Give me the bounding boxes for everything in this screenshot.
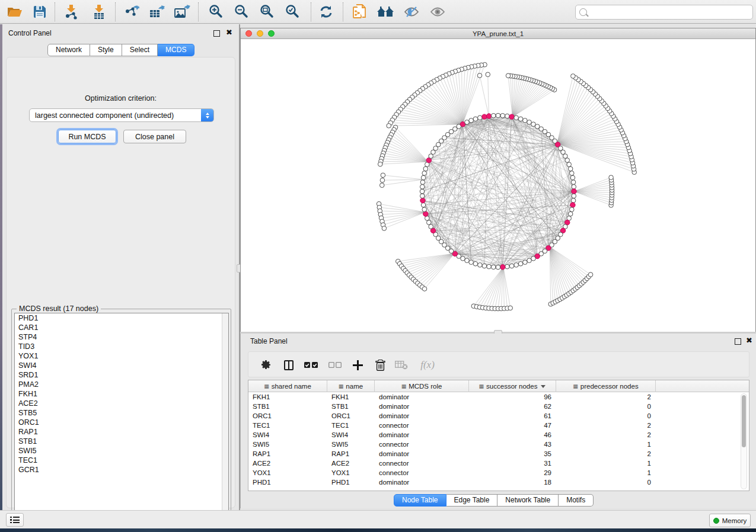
show-all-icon[interactable] xyxy=(428,2,448,21)
mcds-result-item[interactable]: ORC1 xyxy=(15,418,228,427)
leaf-node[interactable] xyxy=(387,123,391,128)
delete-column-trash-icon[interactable] xyxy=(371,355,390,374)
ring-node[interactable] xyxy=(523,260,528,265)
mcds-result-item[interactable]: STB5 xyxy=(15,408,228,418)
table-row[interactable]: ACE2ACE2connector311 xyxy=(248,459,749,468)
column-header-predecessor-nodes[interactable]: ▦predecessor nodes xyxy=(556,380,656,392)
cell-successor-nodes[interactable]: 31 xyxy=(469,459,556,468)
cell-shared-name[interactable]: SWI4 xyxy=(248,430,327,440)
table-row[interactable]: FKH1FKH1dominator962 xyxy=(248,392,749,402)
float-panel-icon[interactable] xyxy=(213,30,220,37)
ring-node[interactable] xyxy=(505,114,510,118)
search-box[interactable] xyxy=(575,5,753,20)
cell-name[interactable]: STB1 xyxy=(327,402,375,411)
network-nodes[interactable] xyxy=(377,62,636,310)
first-neighbors-icon[interactable] xyxy=(375,2,395,21)
table-row[interactable]: PHD1PHD1dominator180 xyxy=(248,477,749,487)
ring-node[interactable] xyxy=(421,175,426,180)
ring-node[interactable] xyxy=(531,257,536,261)
ring-node[interactable] xyxy=(465,120,470,124)
tab-style[interactable]: Style xyxy=(90,44,122,56)
table-row[interactable]: RAP1RAP1dominator352 xyxy=(248,449,749,459)
zoom-out-icon[interactable] xyxy=(232,2,252,21)
cell-shared-name[interactable]: PHD1 xyxy=(248,477,327,487)
ring-node[interactable] xyxy=(505,264,510,269)
ring-node[interactable] xyxy=(420,194,425,198)
cell-name[interactable]: TEC1 xyxy=(327,421,375,430)
table-row[interactable]: TEC1TEC1connector472 xyxy=(248,421,749,430)
leaf-node[interactable] xyxy=(508,306,513,310)
zoom-fit-icon[interactable] xyxy=(257,2,277,21)
mcds-hub-node[interactable] xyxy=(500,265,505,270)
ring-node[interactable] xyxy=(567,162,572,167)
cell-shared-name[interactable]: SWI5 xyxy=(248,440,327,449)
leaf-node[interactable] xyxy=(571,74,576,79)
cell-mcds-role[interactable]: dominator xyxy=(375,430,469,440)
ring-node[interactable] xyxy=(518,117,523,121)
cell-mcds-role[interactable]: connector xyxy=(375,421,469,430)
leaf-node[interactable] xyxy=(379,183,384,188)
tab-network[interactable]: Network xyxy=(47,44,90,56)
ring-node[interactable] xyxy=(429,225,433,229)
table-settings-gear-icon[interactable] xyxy=(257,355,276,374)
mcds-hub-node[interactable] xyxy=(509,114,514,119)
cell-name[interactable]: RAP1 xyxy=(327,449,375,459)
cell-name[interactable]: SWI5 xyxy=(327,440,375,449)
leaf-node[interactable] xyxy=(477,73,482,78)
sort-descending-icon[interactable] xyxy=(541,385,546,388)
cell-predecessor-nodes[interactable]: 2 xyxy=(556,392,656,402)
mcds-result-item[interactable]: STB1 xyxy=(15,437,228,446)
mcds-hub-node[interactable] xyxy=(420,198,425,203)
ring-node[interactable] xyxy=(514,262,519,267)
open-session-icon[interactable] xyxy=(5,2,25,21)
export-image-icon[interactable] xyxy=(172,2,192,21)
ring-node[interactable] xyxy=(569,171,574,176)
network-window-titlebar[interactable]: YPA_prune.txt_1 xyxy=(241,28,755,39)
hide-selected-icon[interactable] xyxy=(401,2,422,21)
table-panel-float-icon[interactable] xyxy=(735,338,741,345)
select-all-checkboxes-icon[interactable] xyxy=(302,355,321,374)
ring-node[interactable] xyxy=(422,171,427,176)
cell-mcds-role[interactable]: connector xyxy=(375,440,469,449)
cell-successor-nodes[interactable]: 46 xyxy=(469,430,556,440)
cell-name[interactable]: ORC1 xyxy=(327,411,375,421)
table-tab-network-table[interactable]: Network Table xyxy=(497,494,559,507)
cell-mcds-role[interactable]: dominator xyxy=(375,411,469,421)
cell-successor-nodes[interactable]: 96 xyxy=(469,392,556,402)
table-tab-motifs[interactable]: Motifs xyxy=(559,494,594,507)
ring-node[interactable] xyxy=(478,116,483,120)
ring-node[interactable] xyxy=(568,211,573,216)
cell-mcds-role[interactable]: connector xyxy=(375,468,469,477)
ring-node[interactable] xyxy=(527,258,532,263)
ring-node[interactable] xyxy=(423,166,428,171)
cell-name[interactable]: YOX1 xyxy=(327,468,375,477)
delete-table-icon[interactable] xyxy=(392,355,411,374)
ring-node[interactable] xyxy=(571,198,576,203)
cell-successor-nodes[interactable]: 35 xyxy=(469,449,556,459)
ring-node[interactable] xyxy=(496,265,500,270)
ring-node[interactable] xyxy=(572,184,576,189)
mcds-result-item[interactable]: FKH1 xyxy=(15,389,228,399)
ring-node[interactable] xyxy=(565,158,570,163)
ring-node[interactable] xyxy=(572,194,576,198)
mcds-hub-node[interactable] xyxy=(423,211,428,216)
table-panel-close-icon[interactable]: ✖ xyxy=(746,336,752,345)
close-panel-button[interactable]: Close panel xyxy=(123,130,186,143)
ring-node[interactable] xyxy=(473,117,478,121)
cell-mcds-role[interactable]: dominator xyxy=(375,392,469,402)
show-panels-list-button[interactable] xyxy=(6,513,24,527)
cell-shared-name[interactable]: FKH1 xyxy=(248,392,327,402)
tab-mcds[interactable]: MCDS xyxy=(158,44,194,56)
ring-node[interactable] xyxy=(518,261,523,266)
ring-node[interactable] xyxy=(500,113,505,118)
mcds-result-item[interactable]: STP4 xyxy=(15,332,228,342)
table-row[interactable]: STB1STB1dominator620 xyxy=(248,402,749,411)
table-scrollbar[interactable] xyxy=(741,393,747,489)
cell-predecessor-nodes[interactable]: 2 xyxy=(556,430,656,440)
leaf-node[interactable] xyxy=(588,273,593,277)
ring-node[interactable] xyxy=(482,264,487,268)
mcds-result-item[interactable]: PMA2 xyxy=(15,380,228,389)
cell-successor-nodes[interactable]: 18 xyxy=(469,477,556,487)
ring-node[interactable] xyxy=(563,154,568,159)
ring-node[interactable] xyxy=(523,118,528,123)
